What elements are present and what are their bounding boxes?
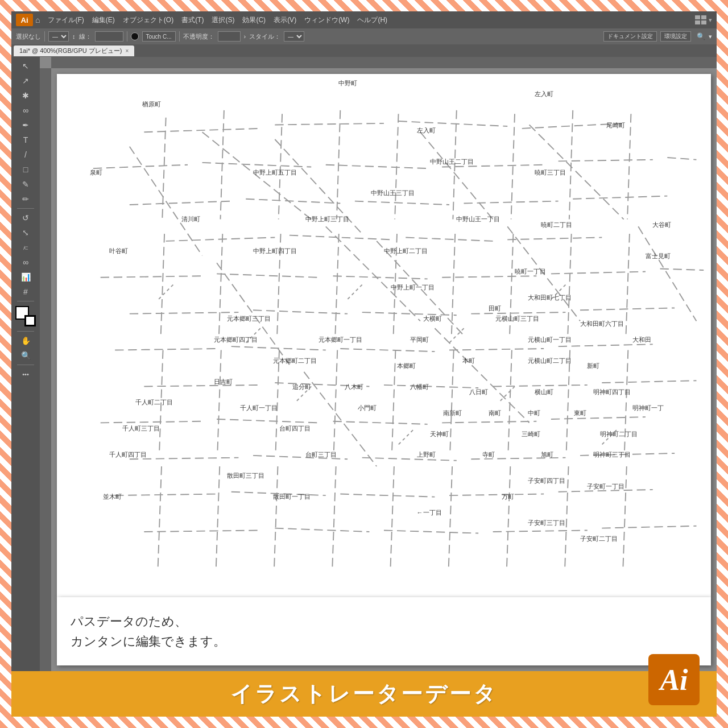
arrange-icons: ▾ [695,15,712,24]
doc-settings-btn[interactable]: ドキュメント設定 [603,31,657,42]
label-sanda3: 散田町三丁目 [227,471,264,480]
svg-line-12 [355,201,449,205]
menu-type[interactable]: 書式(T) [178,14,207,26]
svg-line-6 [326,165,428,168]
label-hiyoshi: 日吉町 [214,378,233,386]
label-tahoko: 大横町 [423,315,442,323]
svg-line-67 [216,466,220,568]
svg-line-97 [217,263,289,365]
svg-line-52 [340,494,435,497]
label-fujimi: 富士見町 [646,252,671,260]
paint-brush-tool[interactable]: ✎ [18,177,34,191]
zoom-tool[interactable]: 🔍 [18,349,34,362]
pencil-tool[interactable]: ✏ [18,192,34,206]
line-input[interactable] [95,31,123,42]
menu-select[interactable]: 選択(S) [208,14,238,26]
svg-line-44 [551,417,646,419]
label-shinmachi: 新町 [587,362,599,370]
graph-tool[interactable]: 📊 [18,270,34,284]
svg-line-79 [391,466,394,568]
label-owada6: 大和田町六丁目 [580,320,624,328]
tab-close-btn[interactable]: × [126,48,129,54]
svg-line-23 [551,272,646,274]
tab-label: 1ai* @ 400%(RGB/GPU プレビュー) [19,47,122,55]
menu-effect[interactable]: 効果(C) [239,14,269,26]
menu-window[interactable]: ウィンドウ(W) [301,14,353,26]
active-tab[interactable]: 1ai* @ 400%(RGB/GPU プレビュー) × [14,46,134,56]
label-motokyogo4: 元本郷町四丁目 [214,336,258,344]
svg-line-53 [449,494,544,496]
svg-line-55 [144,530,260,532]
svg-line-38 [493,385,588,387]
banner-text: イラストレーターデータ [230,680,498,709]
toolbox: ↖ ↗ ✱ ∞ ✒ T / □ ✎ ✏ ↺ ⤡ ⟈ ∞ 📊 # [11,57,40,671]
menu-help[interactable]: ヘルプ(H) [354,14,391,26]
fill-select[interactable]: — [48,31,69,42]
svg-line-25 [130,312,239,314]
label-akatsuki3: 暁町三丁目 [535,168,566,177]
tool-sep-1 [17,208,34,209]
label-izumi: 泉町 [90,168,102,177]
svg-line-8 [559,160,653,162]
menu-edit[interactable]: 編集(E) [89,14,118,26]
svg-line-100 [326,226,420,321]
style-select[interactable]: — [284,31,304,42]
canvas[interactable]: 楢原町 中野町 左入町 左入町 尾崎町 泉町 中野上町五丁目 中野山王二丁目 暁… [51,68,717,671]
svg-line-22 [442,276,536,278]
more-tools-btn[interactable]: ••• [18,367,34,381]
opacity-input[interactable]: 100% [218,31,241,42]
canvas-wrapper: 楢原町 中野町 左入町 左入町 尾崎町 泉町 中野上町五丁目 中野山王二丁目 暁… [40,57,717,671]
opacity-arrow: › [244,33,246,40]
label-yagi: 八木町 [345,383,363,391]
warp-tool[interactable]: ⟈ [18,241,34,254]
label-ta: 田町 [489,304,501,313]
magic-wand-tool[interactable]: ✱ [18,89,34,102]
svg-line-70 [276,350,279,452]
label-motoyokoyama1: 元横山町一丁目 [528,336,572,344]
arrow-icon: ↕ [72,33,76,40]
search-icon[interactable]: 🔍 [697,32,705,40]
menu-items: ファイル(F) 編集(E) オブジェクト(O) 書式(T) 選択(S) 効果(C… [44,14,693,26]
pen-tool[interactable]: ✒ [18,118,34,132]
home-icon[interactable]: ⌂ [35,15,40,24]
blend-tool[interactable]: ∞ [18,255,34,269]
menubar: Ai ⌂ ファイル(F) 編集(E) オブジェクト(O) 書式(T) 選択(S)… [11,11,717,28]
touch-btn[interactable]: Touch C... [142,31,176,42]
stroke-color[interactable] [24,315,36,326]
info-line-2: カンタンに編集できます。 [71,631,226,651]
label-nakanokamimachi5: 中野上町五丁目 [253,168,297,177]
label-motoyokoyama3: 元横山町三丁目 [495,315,539,323]
rotate-tool[interactable]: ↺ [18,211,34,225]
settings-arrow: ▾ [709,33,712,40]
label-myojin4: 明神町四丁目 [593,388,631,396]
svg-line-68 [279,114,282,219]
scale-tool[interactable]: ⤡ [18,226,34,239]
label-narahara: 楢原町 [142,100,161,109]
select-tool[interactable]: ↖ [18,59,34,73]
svg-line-93 [626,234,630,336]
lasso-tool[interactable]: ∞ [18,104,34,117]
rect-tool[interactable]: □ [18,163,34,176]
mesh-tool[interactable]: # [18,285,34,299]
label-ichome: ←一丁目 [417,508,442,517]
label-kiyokawa: 清川町 [181,215,200,224]
menu-file[interactable]: ファイル(F) [44,14,87,26]
line-tool[interactable]: / [18,148,34,162]
label-nakanokamimachi2: 中野上町二丁目 [384,247,428,255]
text-tool[interactable]: T [18,133,34,147]
svg-line-32 [340,349,435,351]
svg-line-84 [511,114,515,219]
menu-view[interactable]: 表示(V) [270,14,300,26]
svg-line-73 [335,234,338,336]
hand-tool[interactable]: ✋ [18,334,34,348]
svg-line-39 [602,380,696,383]
env-settings-btn[interactable]: 環境設定 [660,31,691,42]
main-container: Ai ⌂ ファイル(F) 編集(E) オブジェクト(O) 書式(T) 選択(S)… [11,11,717,717]
direct-select-tool[interactable]: ↗ [18,74,34,88]
svg-line-66 [217,350,221,452]
svg-line-34 [559,344,653,346]
svg-line-20 [217,274,318,277]
svg-line-43 [442,421,536,423]
svg-line-107 [638,226,696,321]
menu-object[interactable]: オブジェクト(O) [119,14,177,26]
